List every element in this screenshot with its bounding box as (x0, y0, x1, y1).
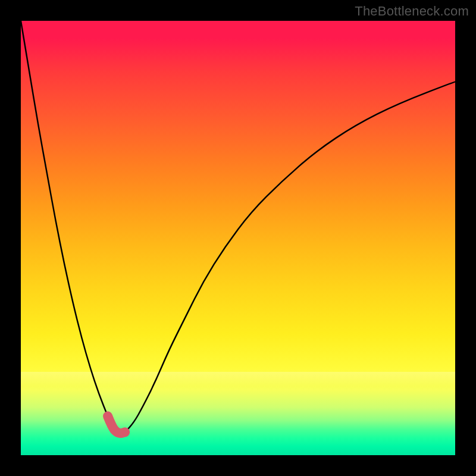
chart-frame: TheBottleneck.com (0, 0, 476, 476)
watermark-text: TheBottleneck.com (355, 4, 469, 19)
bottleneck-curve (21, 21, 455, 433)
plot-area (21, 21, 455, 455)
chart-svg (21, 21, 455, 455)
highlight-segment (108, 416, 125, 433)
